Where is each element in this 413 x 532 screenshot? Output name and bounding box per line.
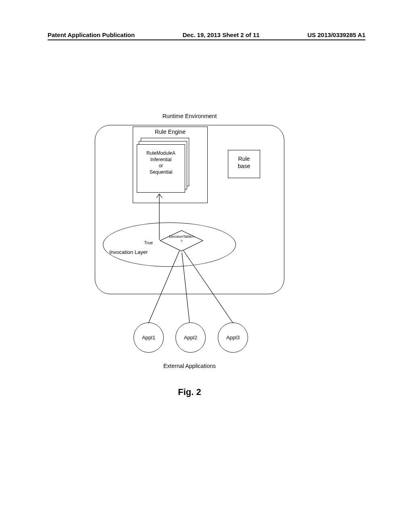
rule-module-stack: RuleModuleA Inferential or Sequential: [137, 138, 189, 190]
header-left: Patent Application Publication: [48, 31, 135, 38]
module-line3: or: [137, 163, 185, 169]
header-right: US 2013/0339285 A1: [307, 31, 365, 38]
external-app-1: Appl1: [133, 322, 164, 353]
app1-label: Appl1: [142, 335, 155, 341]
decision-mark: ?: [159, 239, 204, 243]
app3-label: Appl3: [226, 335, 240, 341]
module-line2: Inferential: [137, 157, 185, 163]
figure-label: Fig. 2: [95, 387, 284, 397]
rulebase-line2: base: [228, 162, 260, 170]
external-app-2: Appl2: [175, 322, 206, 353]
header-center: Dec. 19, 2013 Sheet 2 of 11: [183, 31, 260, 38]
diagram: Runtime Environment Rule Engine RuleModu…: [95, 113, 284, 395]
true-label: True: [144, 240, 153, 245]
module-line4: Sequential: [137, 169, 185, 176]
svg-line-2: [148, 251, 179, 323]
rule-engine-title: Rule Engine: [133, 127, 207, 135]
rule-module-card-front: RuleModuleA Inferential or Sequential: [137, 144, 185, 193]
module-line1: RuleModuleA: [137, 150, 185, 157]
header-divider: [48, 39, 365, 40]
connector-app3: [181, 250, 238, 326]
app2-label: Appl2: [184, 335, 197, 341]
rule-module-text: RuleModuleA Inferential or Sequential: [137, 145, 185, 175]
external-applications-title: External Applications: [95, 363, 284, 369]
invocation-layer-label: Invocation Layer: [109, 249, 148, 255]
decision-label: DecisionTableA: [159, 235, 204, 239]
rule-base-box: Rule base: [228, 150, 260, 178]
rulebase-line1: Rule: [228, 155, 260, 162]
svg-line-4: [184, 251, 233, 323]
external-app-3: Appl3: [218, 322, 248, 353]
decision-table-text: DecisionTableA ?: [159, 235, 204, 243]
page-header: Patent Application Publication Dec. 19, …: [0, 31, 413, 38]
decision-table-diamond: DecisionTableA ?: [159, 230, 204, 252]
runtime-environment-title: Runtime Environment: [95, 113, 284, 119]
